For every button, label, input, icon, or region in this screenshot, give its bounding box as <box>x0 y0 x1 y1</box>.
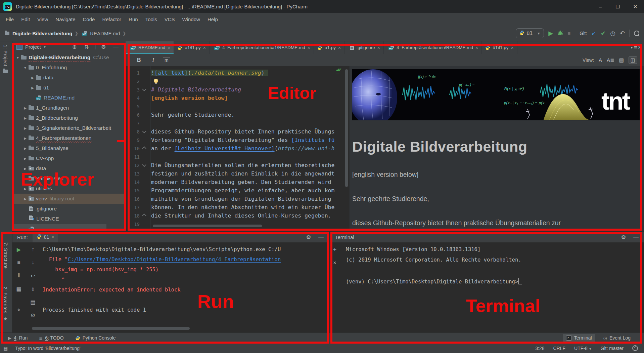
run-configuration-selector[interactable]: ü1 ▼ <box>516 28 544 38</box>
menu-item-file[interactable]: File <box>2 15 17 24</box>
inspection-profile-icon[interactable] <box>632 345 638 351</box>
italic-button[interactable]: I <box>152 57 154 63</box>
restore-layout-button[interactable]: ▦ <box>15 286 22 292</box>
fold-marker[interactable] <box>140 214 148 217</box>
editor-vertical-scrollbar[interactable] <box>345 69 348 187</box>
close-icon[interactable]: × <box>51 234 54 240</box>
collapse-all-icon[interactable]: ⇅ <box>84 44 89 50</box>
fold-marker[interactable] <box>140 164 148 167</box>
hide-panel-icon[interactable]: — <box>633 234 639 240</box>
editor-tab[interactable]: MD4_Farbrepräsentationen\a1\README.md× <box>210 41 314 54</box>
menu-item-view[interactable]: View <box>34 15 52 24</box>
tree-row[interactable]: ▼0_Einführung <box>12 63 126 73</box>
view-editor-list-icon[interactable]: A≣ <box>607 57 614 63</box>
menu-item-run[interactable]: Run <box>125 15 142 24</box>
tree-expand-arrow[interactable]: ▶ <box>23 136 27 140</box>
editor-tab[interactable]: a1.py× <box>314 41 344 54</box>
tree-expand-arrow[interactable]: ▶ <box>23 197 27 201</box>
fold-marker[interactable] <box>140 147 148 150</box>
stop-button[interactable]: ■ <box>567 30 570 36</box>
editor-pane[interactable]: 1![alt text](./data/tnt_banner.svg)23# D… <box>126 66 349 231</box>
tree-expand-arrow[interactable]: ▼ <box>23 66 27 70</box>
tree-expand-arrow[interactable]: ▶ <box>23 126 27 130</box>
project-tool-icon[interactable] <box>3 70 8 73</box>
locate-file-icon[interactable]: ⊕ <box>72 44 77 50</box>
editor-tab[interactable]: ü1\l1.py× <box>482 41 517 54</box>
tree-row[interactable]: ▼Digitale-Bildverarbeitung C:\Use <box>12 52 126 63</box>
tree-row[interactable]: ▶2_Bildbearbeitung <box>12 113 126 123</box>
run-button[interactable]: ▶ <box>548 30 553 36</box>
hide-panel-icon[interactable]: — <box>318 234 324 240</box>
menu-item-navigate[interactable]: Navigate <box>52 15 79 24</box>
toolwindow-button-6-todo[interactable]: ≣6: TODO <box>36 334 67 342</box>
new-session-button[interactable]: + <box>331 246 338 253</box>
tree-row[interactable]: ▶CV-App <box>12 153 126 163</box>
menu-item-vcs[interactable]: VCS <box>161 15 179 24</box>
fold-marker[interactable] <box>140 130 148 133</box>
tree-row[interactable]: ▶data <box>12 73 126 83</box>
encoding-indicator[interactable]: UTF-8 ▼ <box>574 346 592 351</box>
tree-expand-arrow[interactable]: ▶ <box>23 116 27 120</box>
editor-tab[interactable]: MD4_Farbrepräsentationen\README.md× <box>384 41 482 54</box>
editor-tab[interactable]: MDREADME.md× <box>126 41 174 54</box>
rollback-icon[interactable]: ↶ <box>620 30 625 36</box>
close-icon[interactable]: × <box>308 45 310 50</box>
tree-row[interactable]: MDREADME.md <box>12 224 126 231</box>
tree-row[interactable]: ▶utilities <box>12 184 126 194</box>
close-icon[interactable]: × <box>203 45 206 50</box>
tree-row[interactable]: ▶3_Signalorientierte_Bildverarbeit <box>12 123 126 133</box>
menu-item-help[interactable]: Help <box>204 15 222 24</box>
breadcrumb-project[interactable]: Digitale-Bildverarbeitung <box>12 31 72 36</box>
print-button[interactable]: ▤ <box>29 299 37 305</box>
stripe-project-button[interactable]: 1: Project <box>3 45 8 66</box>
history-icon[interactable]: ◷ <box>610 30 615 36</box>
tree-row[interactable]: ▶ü1 <box>12 83 126 93</box>
chevron-down-icon[interactable]: ▼ <box>43 45 46 49</box>
tree-row[interactable]: ▶5_Bildanalyse <box>12 143 126 153</box>
caret-position[interactable]: 3:28 <box>535 346 544 351</box>
rerun-button[interactable]: ▶ <box>15 246 22 253</box>
clear-console-button[interactable]: ⊘ <box>29 312 37 318</box>
menu-item-edit[interactable]: Edit <box>17 15 34 24</box>
tree-expand-arrow[interactable]: ▶ <box>31 86 35 90</box>
bold-button[interactable]: B <box>137 57 141 63</box>
breadcrumb-file[interactable]: README.md <box>90 31 120 36</box>
menu-item-tools[interactable]: Tools <box>142 15 161 24</box>
star-icon[interactable]: ★ <box>3 316 8 321</box>
tree-row[interactable]: MDREADME.md <box>12 93 126 103</box>
close-icon[interactable]: × <box>475 45 478 50</box>
status-message[interactable]: Typo: In word 'Bildverarbeitung' <box>15 346 80 351</box>
tree-expand-arrow[interactable]: ▶ <box>31 76 35 80</box>
up-stack-trace-button[interactable]: ↑ <box>29 246 37 252</box>
line-ending-indicator[interactable]: CRLF <box>553 346 565 351</box>
minimize-button[interactable]: – <box>592 0 609 13</box>
tree-expand-arrow[interactable]: ▶ <box>23 147 27 150</box>
toolwindow-button-4-run[interactable]: ▶4: Run <box>5 334 31 342</box>
close-icon[interactable]: × <box>338 45 341 50</box>
view-split-icon[interactable]: ◫ <box>629 56 637 64</box>
run-tab[interactable]: ü1 × <box>33 232 58 242</box>
fold-marker[interactable] <box>140 88 148 91</box>
stripe-structure-button[interactable]: 7: Structure <box>3 242 8 269</box>
stop-button[interactable]: ■ <box>15 260 22 266</box>
scroll-to-end-button[interactable]: ⇟ <box>29 286 37 292</box>
editor-tab[interactable]: .gitignore× <box>344 41 384 54</box>
maximize-button[interactable]: ☐ <box>609 0 627 13</box>
view-preview-only-icon[interactable]: ▤ <box>619 57 624 63</box>
editor-horizontal-scrollbar[interactable] <box>153 225 262 227</box>
tree-expand-arrow[interactable]: ▶ <box>23 157 27 160</box>
menu-item-window[interactable]: Window <box>179 15 204 24</box>
pause-output-button[interactable]: ‖ <box>15 273 22 279</box>
pin-tab-button[interactable]: ⌖ <box>15 307 22 313</box>
project-panel-title[interactable]: Project <box>25 44 41 50</box>
editor-tab[interactable]: a1\l1.py× <box>174 41 209 54</box>
menu-item-code[interactable]: Code <box>79 15 99 24</box>
menu-item-refactor[interactable]: Refactor <box>98 15 125 24</box>
markdown-button[interactable]: m <box>163 57 170 63</box>
toolwindow-button-event-log[interactable]: ◷Event Log <box>600 334 634 342</box>
intention-bulb-icon[interactable] <box>154 79 158 83</box>
gear-icon[interactable]: ⚙ <box>621 234 626 240</box>
tree-expand-arrow[interactable]: ▶ <box>23 106 27 110</box>
tree-expand-arrow[interactable]: ▶ <box>23 177 27 181</box>
git-update-icon[interactable]: ↙ <box>591 30 596 36</box>
